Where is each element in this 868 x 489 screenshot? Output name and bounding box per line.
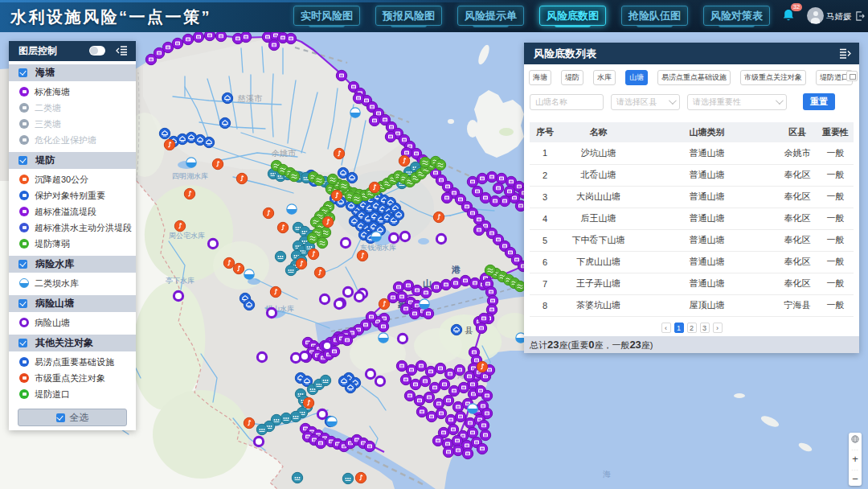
- svg-text:余姚市: 余姚市: [271, 149, 297, 158]
- svg-text:山: 山: [423, 278, 432, 288]
- svg-text:县: 县: [465, 326, 473, 335]
- svg-text:四明湖水库: 四明湖水库: [172, 172, 208, 180]
- svg-text:慈溪市: 慈溪市: [237, 94, 263, 103]
- svg-text:亭下水库: 亭下水库: [166, 277, 194, 285]
- svg-text:港: 港: [451, 265, 461, 274]
- svg-text:海: 海: [603, 470, 611, 479]
- svg-text:周公宅水库: 周公宅水库: [169, 232, 205, 240]
